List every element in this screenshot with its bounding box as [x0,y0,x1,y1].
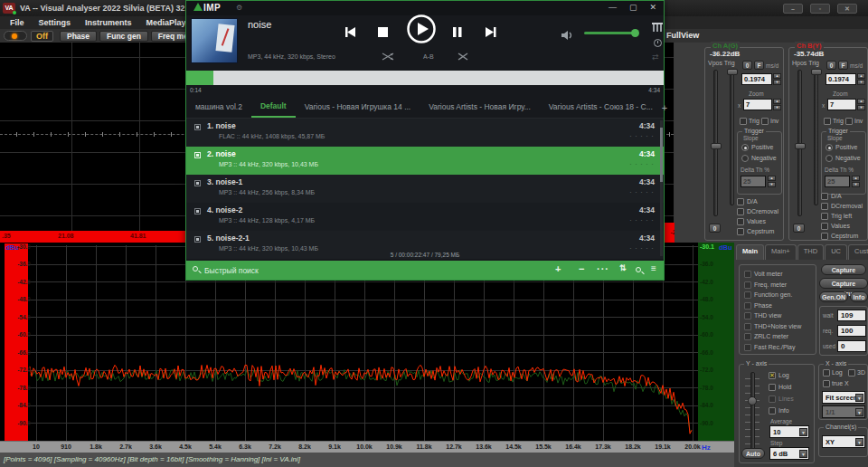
playlist-tab[interactable]: Various Artists - Новая Игру... [420,98,540,117]
trig-slider-b-thumb[interactable] [811,69,822,75]
menu-item-file[interactable]: File [4,18,31,27]
volt-meter-checkbox[interactable] [744,271,751,278]
track-rating-dots[interactable]: ····· [629,159,656,168]
d-a-checkbox[interactable] [821,193,828,200]
x-3d-checkbox[interactable] [848,369,855,376]
hpos-slider-thumb[interactable] [795,143,806,149]
tab-uc[interactable]: UC [825,244,847,260]
hpos-zero-button[interactable]: 0 [793,224,805,233]
track-checkbox[interactable] [194,124,201,130]
y-info-checkbox[interactable] [769,407,776,415]
delta-th-value-b[interactable]: 25 [825,176,850,187]
search-bar[interactable]: Быстрый поиск + − ··· ⇅ ≡ [186,261,664,280]
sleep-timer-icon[interactable] [654,39,662,47]
menu-item-settings[interactable]: Settings [33,18,78,27]
add-icon[interactable]: + [555,263,561,274]
playlist-tab[interactable]: машина vol.2 [186,98,251,117]
sort-icon[interactable]: ⇅ [619,263,627,272]
f-button[interactable]: F [754,61,764,70]
trig-slider-thumb[interactable] [727,69,738,75]
gear-icon[interactable]: ⚙ [236,4,242,12]
slope-positive-radio-b[interactable] [826,144,833,151]
playlist-tab[interactable]: Various - Новая Игрушка 14 ... [296,98,420,117]
delta-th-spinner-b[interactable]: ▲▼ [852,176,860,187]
seek-bar[interactable] [186,71,664,85]
trig-checkbox-b[interactable] [824,118,831,125]
zero-button[interactable]: 0 [742,61,752,70]
phase-button[interactable]: Phase [60,31,97,42]
track-row[interactable]: 1. noiseFLAC :: 44 kHz, 1408 kbps, 45,87… [186,119,664,147]
tab-main[interactable]: Main [736,244,764,260]
zrlc-meter-checkbox[interactable] [744,333,751,340]
dcremoval-checkbox[interactable] [821,203,828,210]
track-row[interactable]: 2. noiseMP3 :: 44 kHz, 320 kbps, 10,43 М… [186,147,664,175]
channels-dropdown[interactable]: XY▼ [822,435,865,448]
delta-th-value[interactable]: 25 [741,176,766,187]
msd-value[interactable]: 0.1974 [741,73,772,85]
y-lines-checkbox[interactable] [769,396,776,403]
track-rating-dots[interactable]: ····· [629,187,656,196]
menu-item-instruments[interactable]: Instruments [79,18,138,27]
msd-spinner[interactable]: ▲▼ [773,73,781,85]
track-checkbox[interactable] [194,236,201,243]
thd-noise-view-checkbox[interactable] [744,323,751,330]
inv-checkbox[interactable] [761,118,769,125]
playlist-tab[interactable]: Various Artists - Союз 18 - С... [540,98,662,117]
zoom-value[interactable]: 7 [743,99,772,110]
fast-rec--play-checkbox[interactable] [744,344,751,351]
aimp-close-button[interactable]: ✕ [649,3,656,12]
f-button-b[interactable]: F [838,61,848,70]
y-log-checkbox[interactable] [769,372,776,379]
track-row[interactable]: 3. noise-1MP3 :: 44 kHz, 256 kbps, 8,34 … [186,175,664,203]
trig-slider-b[interactable] [814,70,818,205]
hpos-slider[interactable] [797,70,802,216]
capture-scope-button[interactable]: Capture scope [821,264,866,275]
cepstrum-checkbox[interactable] [737,228,744,235]
remove-icon[interactable]: − [579,263,584,274]
step-dropdown[interactable]: 6 dB▼ [769,447,809,460]
volume-slider-knob[interactable] [631,29,639,37]
track-checkbox[interactable] [194,180,201,186]
vpos-slider-thumb[interactable] [711,143,722,149]
volume-icon[interactable] [561,30,573,41]
zero-button-b[interactable]: 0 [826,61,836,70]
vpos-slider[interactable] [713,70,718,216]
d-a-checkbox[interactable] [737,198,744,205]
tab-thd[interactable]: THD [797,244,824,260]
play-button[interactable] [406,14,437,44]
next-button[interactable] [484,26,497,38]
trig-left-checkbox[interactable] [821,213,828,220]
dcremoval-checkbox[interactable] [737,208,744,215]
msd-spinner-b[interactable]: ▲▼ [857,73,865,85]
va-minimize-button[interactable]: – [783,4,803,14]
delta-th-spinner[interactable]: ▲▼ [768,176,776,187]
func-gen-button[interactable]: Func gen [99,31,148,42]
values-checkbox[interactable] [821,223,828,230]
tab-main-plus[interactable]: Main+ [765,244,797,260]
values-checkbox[interactable] [737,218,744,225]
y-auto-button[interactable]: Auto [741,448,765,459]
album-art[interactable] [191,18,238,63]
menu-icon[interactable]: ≡ [651,263,656,273]
thd-view-checkbox[interactable] [744,312,751,319]
gen-on-button[interactable]: Gen.ON [819,291,848,302]
y-scale-slider-thumb[interactable] [748,396,757,405]
tab-cust3d[interactable]: Cust.3D [848,244,868,260]
msd-value-b[interactable]: 0.1974 [826,73,856,85]
off-button[interactable]: Off [31,31,53,42]
capture-spectrum-button[interactable]: Capture spectrum [819,278,868,289]
va-close-button[interactable]: ✕ [837,4,857,14]
stop-button[interactable] [377,26,389,38]
add-playlist-icon[interactable]: + [662,102,676,113]
info-button[interactable]: Info [850,291,868,302]
function-gen--checkbox[interactable] [744,291,751,299]
slope-positive-radio[interactable] [741,144,749,151]
aimp-minimize-button[interactable]: — [609,3,617,12]
more-icon[interactable]: ··· [597,263,609,274]
search-filter-icon[interactable] [636,267,641,272]
track-rating-dots[interactable]: ····· [629,215,656,224]
vpos-zero-button[interactable]: 0 [709,224,721,233]
slope-negative-radio-b[interactable] [826,155,833,162]
equalizer-icon[interactable] [653,23,664,32]
inv-checkbox-b[interactable] [845,118,853,125]
